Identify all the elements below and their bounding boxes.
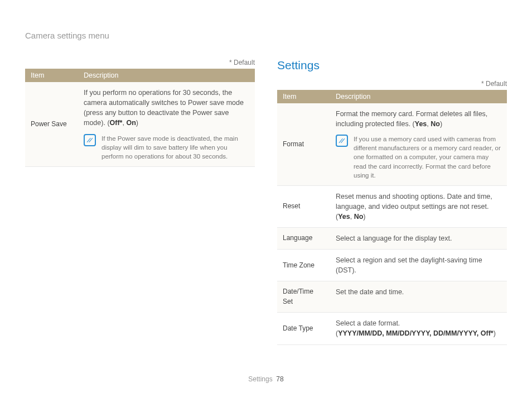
page-number: 78 [276,375,283,383]
item-power-save: Power Save [25,82,78,166]
section-title-settings: Settings [277,59,507,72]
default-note-right: * Default [277,80,507,88]
desc-power-save: If you perform no operations for 30 seco… [78,82,255,166]
table-row: Time Zone Select a region and set the da… [277,250,507,281]
option-on: On [126,119,136,127]
col-header-item: Item [277,90,330,103]
table-row: Language Select a language for the displ… [277,228,507,250]
note-block: If you use a memory card used with camer… [336,135,501,179]
table-header-row: Item Description [277,90,507,103]
desc-reset: Reset menus and shooting options. Date a… [330,185,507,227]
right-settings-table: Item Description Format Format the memor… [277,90,507,345]
option-yes: Yes [338,213,350,221]
page-content: * Default Item Description Power Save If… [0,0,532,345]
desc-text: If you perform no operations for 30 seco… [84,89,244,127]
option-no: No [354,213,364,221]
desc-time-zone: Select a region and set the daylight-sav… [330,250,507,281]
footer-section: Settings [248,375,272,383]
desc-text: Format the memory card. Format deletes a… [336,110,487,128]
desc-language: Select a language for the display text. [330,228,507,250]
item-language: Language [277,228,330,250]
table-row: Power Save If you perform no operations … [25,82,255,166]
option-off: Off* [110,119,123,127]
option-yes: Yes [415,120,427,128]
table-header-row: Item Description [25,69,255,82]
desc-format: Format the memory card. Format deletes a… [330,103,507,185]
item-time-zone: Time Zone [277,250,330,281]
left-settings-table: Item Description Power Save If you perfo… [25,69,255,167]
option-no: No [431,120,440,128]
desc-line1: Select a date format. [336,319,400,327]
table-row: Format Format the memory card. Format de… [277,103,507,185]
item-date-type: Date Type [277,313,330,344]
col-header-description: Description [78,69,255,82]
item-format: Format [277,103,330,185]
table-row: Reset Reset menus and shooting options. … [277,185,507,227]
col-header-item: Item [25,69,78,82]
desc-close: ) [440,120,442,128]
col-header-description: Description [330,90,507,103]
note-block: If the Power save mode is deactivated, t… [84,134,249,161]
item-reset: Reset [277,185,330,227]
desc-close: ) [136,119,138,127]
page-footer: Settings 78 [0,375,532,383]
desc-close: ) [363,213,365,221]
desc-date-type: Select a date format. (YYYY/MM/DD, MM/DD… [330,313,507,344]
opts-close: ) [494,329,496,337]
note-text: If you use a memory card used with camer… [354,135,501,179]
desc-date-time-set: Set the date and time. [330,281,507,313]
item-date-time-set: Date/Time Set [277,281,330,313]
sep: , [350,213,354,221]
date-type-options: YYYY/MM/DD, MM/DD/YYYY, DD/MM/YYYY, Off* [338,329,494,337]
note-icon [84,134,96,146]
left-column: * Default Item Description Power Save If… [25,28,255,345]
default-note-left: * Default [25,59,255,66]
table-row: Date/Time Set Set the date and time. [277,281,507,313]
table-row: Date Type Select a date format. (YYYY/MM… [277,313,507,344]
breadcrumb: Camera settings menu [25,31,109,40]
right-column: Settings * Default Item Description Form… [277,28,507,345]
note-icon [336,135,348,147]
note-text: If the Power save mode is deactivated, t… [101,134,249,161]
